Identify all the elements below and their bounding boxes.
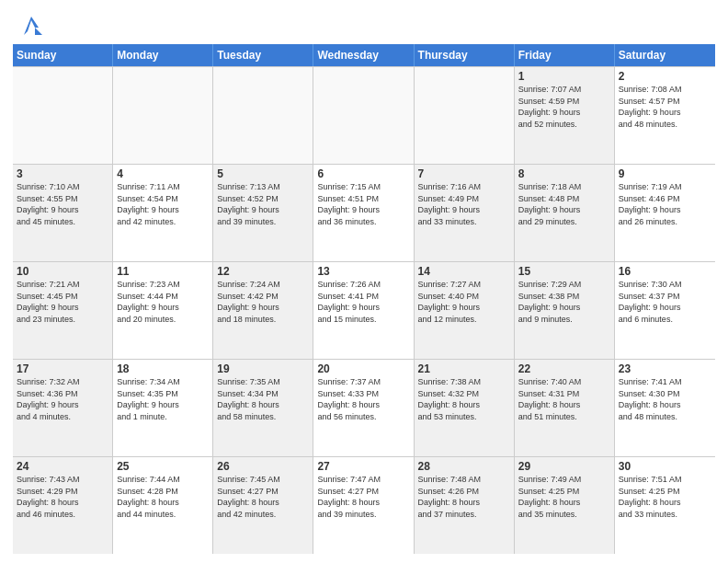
day-cell-7: 7Sunrise: 7:16 AM Sunset: 4:49 PM Daylig… [415,165,515,261]
calendar-row-1: 1Sunrise: 7:07 AM Sunset: 4:59 PM Daylig… [13,66,715,165]
day-info: Sunrise: 7:21 AM Sunset: 4:45 PM Dayligh… [17,279,108,325]
day-number: 24 [17,460,108,473]
calendar-row-3: 10Sunrise: 7:21 AM Sunset: 4:45 PM Dayli… [13,262,715,360]
day-info: Sunrise: 7:48 AM Sunset: 4:26 PM Dayligh… [418,474,510,520]
day-number: 25 [117,460,209,473]
day-number: 16 [619,265,711,278]
day-cell-20: 20Sunrise: 7:37 AM Sunset: 4:33 PM Dayli… [313,360,414,456]
day-number: 5 [217,167,309,180]
day-number: 27 [317,460,409,473]
day-number: 7 [418,167,510,180]
logo [13,9,46,39]
day-number: 29 [518,460,610,473]
day-cell-16: 16Sunrise: 7:30 AM Sunset: 4:37 PM Dayli… [615,262,715,359]
day-cell-5: 5Sunrise: 7:13 AM Sunset: 4:52 PM Daylig… [213,165,313,261]
day-info: Sunrise: 7:34 AM Sunset: 4:35 PM Dayligh… [117,376,209,422]
day-info: Sunrise: 7:47 AM Sunset: 4:27 PM Dayligh… [317,474,409,520]
day-info: Sunrise: 7:24 AM Sunset: 4:42 PM Dayligh… [217,279,309,325]
day-number: 28 [418,460,510,473]
empty-cell-0-4 [415,67,515,164]
day-number: 13 [317,265,409,278]
day-info: Sunrise: 7:38 AM Sunset: 4:32 PM Dayligh… [418,376,510,422]
day-info: Sunrise: 7:45 AM Sunset: 4:27 PM Dayligh… [217,474,309,520]
day-info: Sunrise: 7:15 AM Sunset: 4:51 PM Dayligh… [317,181,409,227]
day-info: Sunrise: 7:07 AM Sunset: 4:59 PM Dayligh… [518,84,610,130]
day-cell-12: 12Sunrise: 7:24 AM Sunset: 4:42 PM Dayli… [213,262,313,359]
day-number: 3 [17,167,108,180]
day-info: Sunrise: 7:08 AM Sunset: 4:57 PM Dayligh… [619,84,711,130]
day-number: 9 [619,167,711,180]
day-info: Sunrise: 7:49 AM Sunset: 4:25 PM Dayligh… [518,474,610,520]
day-info: Sunrise: 7:51 AM Sunset: 4:25 PM Dayligh… [619,474,711,520]
calendar-row-2: 3Sunrise: 7:10 AM Sunset: 4:55 PM Daylig… [13,165,715,262]
day-cell-21: 21Sunrise: 7:38 AM Sunset: 4:32 PM Dayli… [415,360,515,456]
day-info: Sunrise: 7:44 AM Sunset: 4:28 PM Dayligh… [117,474,209,520]
day-number: 1 [518,70,610,83]
day-info: Sunrise: 7:23 AM Sunset: 4:44 PM Dayligh… [117,279,209,325]
day-info: Sunrise: 7:43 AM Sunset: 4:29 PM Dayligh… [17,474,108,520]
day-cell-9: 9Sunrise: 7:19 AM Sunset: 4:46 PM Daylig… [615,165,715,261]
day-cell-6: 6Sunrise: 7:15 AM Sunset: 4:51 PM Daylig… [313,165,414,261]
calendar-row-4: 17Sunrise: 7:32 AM Sunset: 4:36 PM Dayli… [13,360,715,457]
day-number: 19 [217,362,309,375]
day-cell-19: 19Sunrise: 7:35 AM Sunset: 4:34 PM Dayli… [213,360,313,456]
day-cell-24: 24Sunrise: 7:43 AM Sunset: 4:29 PM Dayli… [13,457,113,554]
page: SundayMondayTuesdayWednesdayThursdayFrid… [0,0,728,563]
day-info: Sunrise: 7:11 AM Sunset: 4:54 PM Dayligh… [117,181,209,227]
day-info: Sunrise: 7:29 AM Sunset: 4:38 PM Dayligh… [518,279,610,325]
weekday-header-monday: Monday [113,44,213,66]
weekday-header-saturday: Saturday [615,44,715,66]
day-cell-26: 26Sunrise: 7:45 AM Sunset: 4:27 PM Dayli… [213,457,313,554]
day-number: 23 [619,362,711,375]
day-cell-2: 2Sunrise: 7:08 AM Sunset: 4:57 PM Daylig… [615,67,715,164]
day-cell-25: 25Sunrise: 7:44 AM Sunset: 4:28 PM Dayli… [113,457,213,554]
calendar-row-5: 24Sunrise: 7:43 AM Sunset: 4:29 PM Dayli… [13,457,715,554]
day-info: Sunrise: 7:13 AM Sunset: 4:52 PM Dayligh… [217,181,309,227]
day-cell-3: 3Sunrise: 7:10 AM Sunset: 4:55 PM Daylig… [13,165,113,261]
day-cell-15: 15Sunrise: 7:29 AM Sunset: 4:38 PM Dayli… [515,262,615,359]
day-info: Sunrise: 7:10 AM Sunset: 4:55 PM Dayligh… [17,181,108,227]
day-number: 11 [117,265,209,278]
logo-icon [17,9,46,39]
day-number: 22 [518,362,610,375]
day-info: Sunrise: 7:27 AM Sunset: 4:40 PM Dayligh… [418,279,510,325]
day-info: Sunrise: 7:19 AM Sunset: 4:46 PM Dayligh… [619,181,711,227]
weekday-header-wednesday: Wednesday [313,44,414,66]
weekday-header-sunday: Sunday [13,44,113,66]
empty-cell-0-0 [13,67,113,164]
day-info: Sunrise: 7:35 AM Sunset: 4:34 PM Dayligh… [217,376,309,422]
day-cell-30: 30Sunrise: 7:51 AM Sunset: 4:25 PM Dayli… [615,457,715,554]
day-cell-27: 27Sunrise: 7:47 AM Sunset: 4:27 PM Dayli… [313,457,414,554]
empty-cell-0-2 [213,67,313,164]
calendar-header: SundayMondayTuesdayWednesdayThursdayFrid… [13,44,715,66]
day-info: Sunrise: 7:37 AM Sunset: 4:33 PM Dayligh… [317,376,409,422]
empty-cell-0-1 [113,67,213,164]
day-cell-29: 29Sunrise: 7:49 AM Sunset: 4:25 PM Dayli… [515,457,615,554]
calendar: SundayMondayTuesdayWednesdayThursdayFrid… [13,44,715,554]
day-number: 2 [619,70,711,83]
day-info: Sunrise: 7:41 AM Sunset: 4:30 PM Dayligh… [619,376,711,422]
day-number: 21 [418,362,510,375]
day-number: 10 [17,265,108,278]
day-info: Sunrise: 7:26 AM Sunset: 4:41 PM Dayligh… [317,279,409,325]
day-cell-14: 14Sunrise: 7:27 AM Sunset: 4:40 PM Dayli… [415,262,515,359]
day-number: 12 [217,265,309,278]
day-info: Sunrise: 7:32 AM Sunset: 4:36 PM Dayligh… [17,376,108,422]
day-cell-17: 17Sunrise: 7:32 AM Sunset: 4:36 PM Dayli… [13,360,113,456]
day-number: 14 [418,265,510,278]
day-number: 18 [117,362,209,375]
day-number: 15 [518,265,610,278]
empty-cell-0-3 [313,67,414,164]
day-cell-8: 8Sunrise: 7:18 AM Sunset: 4:48 PM Daylig… [515,165,615,261]
day-cell-23: 23Sunrise: 7:41 AM Sunset: 4:30 PM Dayli… [615,360,715,456]
day-info: Sunrise: 7:40 AM Sunset: 4:31 PM Dayligh… [518,376,610,422]
svg-marker-1 [35,28,42,35]
header [13,9,715,39]
day-number: 6 [317,167,409,180]
day-cell-11: 11Sunrise: 7:23 AM Sunset: 4:44 PM Dayli… [113,262,213,359]
day-cell-10: 10Sunrise: 7:21 AM Sunset: 4:45 PM Dayli… [13,262,113,359]
day-info: Sunrise: 7:16 AM Sunset: 4:49 PM Dayligh… [418,181,510,227]
day-cell-13: 13Sunrise: 7:26 AM Sunset: 4:41 PM Dayli… [313,262,414,359]
day-number: 17 [17,362,108,375]
day-cell-1: 1Sunrise: 7:07 AM Sunset: 4:59 PM Daylig… [515,67,615,164]
